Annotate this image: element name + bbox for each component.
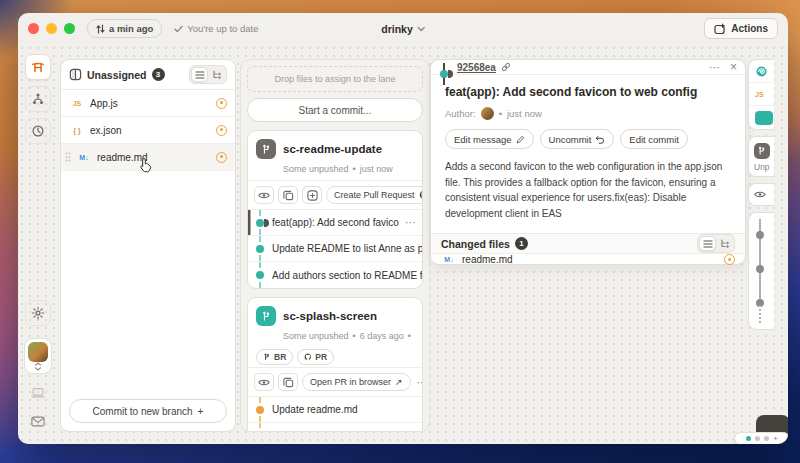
commit-title: feat(app): Add second favicon to web con… (445, 85, 731, 99)
history-tab-button[interactable] (25, 118, 51, 144)
branch-toolbar: Open PR in browser ↗ ⋯ (248, 367, 422, 396)
clock-icon (31, 124, 45, 138)
minimize-window-button[interactable] (46, 23, 57, 34)
uncommit-button[interactable]: Uncommit (540, 129, 615, 149)
peek-eye-button[interactable] (748, 183, 774, 206)
plus-square-icon (714, 23, 726, 35)
peek-file-js[interactable]: JS (749, 83, 774, 106)
pr-badge[interactable]: PR (297, 349, 334, 365)
project-title-label: drinky (381, 23, 413, 35)
commit-row-selected[interactable]: feat(app): Add second favico... ⋯ (248, 210, 422, 236)
commit-row-partial (248, 423, 422, 432)
project-title[interactable]: drinky (381, 23, 425, 35)
sync-button[interactable]: a min ago (87, 19, 162, 38)
commit-list: Update readme.md (248, 396, 422, 432)
unassigned-footer: Commit to new branch + (61, 391, 235, 431)
lane-color-swatch (755, 111, 773, 125)
changed-file-row[interactable]: M↓ readme.md (431, 253, 745, 265)
branch-more-button[interactable]: ⋯ (415, 376, 423, 389)
zoom-window-button[interactable] (64, 23, 75, 34)
uptodate-status: You're up to date (174, 23, 258, 34)
lane-dot[interactable] (764, 436, 769, 441)
file-row-readme[interactable]: M↓ readme.md (61, 144, 235, 171)
link-icon[interactable] (501, 62, 511, 72)
commit-row[interactable]: Update README to list Anne as pr... (248, 236, 422, 262)
edit-message-label: Edit message (454, 134, 512, 145)
start-commit-button[interactable]: Start a commit... (247, 98, 423, 122)
edit-commit-label: Edit commit (629, 134, 679, 145)
list-view-button[interactable] (191, 67, 208, 82)
md-file-icon: M↓ (76, 154, 92, 161)
lane-pagination: + (734, 432, 788, 444)
commit-row[interactable]: Update readme.md (248, 397, 422, 423)
copy-icon[interactable] (278, 186, 298, 204)
close-window-button[interactable] (28, 23, 39, 34)
peek-branch-card[interactable]: Unp (748, 136, 774, 177)
tree-view-button[interactable] (208, 67, 225, 82)
peek-lane-color[interactable] (749, 106, 774, 129)
uptodate-label: You're up to date (187, 23, 258, 34)
commit-row[interactable]: Add authors section to README file (248, 262, 422, 288)
file-row-appjs[interactable]: JS App.js (61, 90, 235, 117)
actions-button[interactable]: Actions (704, 18, 778, 39)
open-pr-in-browser-button[interactable]: Open PR in browser ↗ (302, 373, 411, 391)
json-file-icon: { } (69, 127, 85, 134)
tree-view-button[interactable] (716, 236, 733, 251)
collapsed-lane: JS Unp (748, 59, 774, 330)
file-name: readme.md (462, 254, 719, 265)
branches-tab-button[interactable] (25, 86, 51, 112)
changed-files-count-badge: 1 (515, 237, 528, 250)
commit-details-panel: 92568ea ⋯ × feat(app): Add second favico… (430, 59, 746, 265)
branch-card-splash-screen: sc-splash-screen Some unpushed • 6 days … (247, 297, 423, 432)
edit-message-button[interactable]: Edit message (445, 129, 534, 149)
feedback-button[interactable] (25, 408, 51, 434)
file-row-exjson[interactable]: { } ex.json (61, 117, 235, 144)
workspace-tab-button[interactable] (25, 54, 51, 80)
branch-header[interactable]: sc-splash-screen Some unpushed • 6 days … (248, 298, 422, 343)
commit-description: Adds a second favicon to the web configu… (445, 159, 731, 221)
create-pull-request-button[interactable]: Create Pull Request (326, 186, 423, 204)
branch-header[interactable]: sc-readme-update Some unpushed • just no… (248, 131, 422, 180)
commit-details-body: feat(app): Add second favicon to web con… (431, 75, 745, 233)
branch-badges: BR PR (256, 349, 422, 365)
branch-name: sc-readme-update (283, 143, 382, 155)
details-more-button[interactable]: ⋯ (709, 61, 720, 74)
commit-hash-link[interactable]: 92568ea (457, 62, 496, 73)
mail-icon (31, 416, 45, 427)
unassigned-header: Unassigned 3 (61, 60, 235, 90)
chevron-down-icon (417, 26, 425, 32)
list-view-button[interactable] (699, 236, 716, 251)
pr-badge-label: PR (315, 352, 327, 362)
user-menu[interactable] (24, 338, 52, 374)
gear-icon (31, 306, 45, 320)
commit-message: Update readme.md (272, 404, 358, 415)
modified-status-icon (216, 125, 227, 136)
undo-icon (595, 135, 605, 144)
edit-commit-button[interactable]: Edit commit (620, 129, 688, 149)
eye-icon[interactable] (254, 186, 274, 204)
md-file-icon: M↓ (441, 256, 457, 263)
gitbutler-workspace-icon (31, 60, 45, 74)
lane-dot-active[interactable] (746, 436, 751, 441)
drop-hint-label: Drop files to assign to the lane (274, 74, 395, 84)
lane-dot[interactable] (755, 436, 760, 441)
commit-message: Add authors section to README file (272, 270, 422, 281)
commit-graph (248, 210, 272, 235)
copy-icon[interactable] (278, 373, 298, 391)
branch-time: just now (360, 164, 393, 174)
commit-graph (248, 236, 272, 261)
close-details-button[interactable]: × (730, 60, 737, 74)
branch-lane: Drop files to assign to the lane Start a… (240, 59, 430, 432)
add-lane-button[interactable]: + (773, 435, 778, 443)
actions-button-label: Actions (731, 23, 768, 34)
drag-handle-icon[interactable] (65, 152, 71, 162)
peek-file-swirl[interactable] (749, 60, 774, 83)
eye-icon[interactable] (254, 373, 274, 391)
add-dependent-branch-icon[interactable] (302, 186, 322, 204)
commit-to-new-branch-button[interactable]: Commit to new branch + (69, 399, 227, 423)
devices-button[interactable] (25, 380, 51, 406)
drop-files-zone[interactable]: Drop files to assign to the lane (247, 66, 423, 92)
commit-more-button[interactable]: ⋯ (399, 216, 422, 229)
branch-badge[interactable]: BR (256, 349, 293, 365)
settings-button[interactable] (25, 300, 51, 326)
